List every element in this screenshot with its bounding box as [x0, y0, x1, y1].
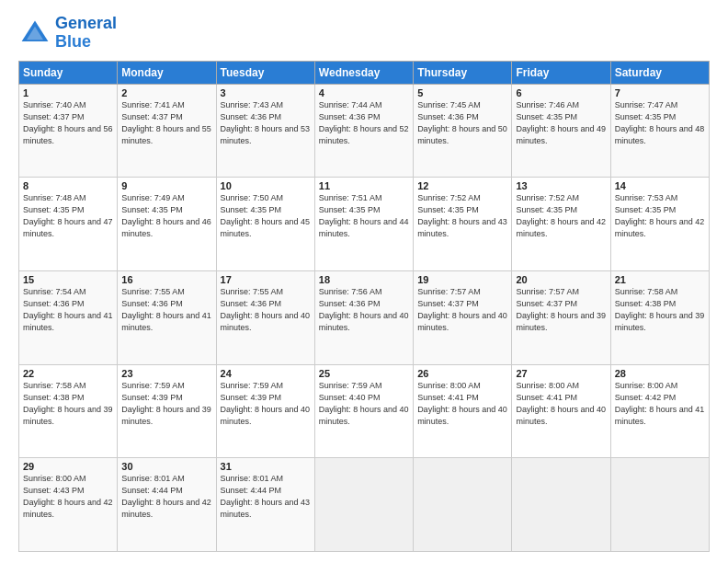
day-7: 7Sunrise: 7:47 AMSunset: 4:35 PMDaylight…	[610, 84, 709, 178]
calendar-header-row: Sunday Monday Tuesday Wednesday Thursday…	[19, 61, 710, 84]
day-29: 29Sunrise: 8:00 AMSunset: 4:43 PMDayligh…	[19, 458, 118, 552]
day-13: 13Sunrise: 7:52 AMSunset: 4:35 PMDayligh…	[512, 178, 610, 271]
empty-cell	[512, 458, 610, 552]
day-21: 21Sunrise: 7:58 AMSunset: 4:38 PMDayligh…	[610, 270, 709, 364]
day-9: 9Sunrise: 7:49 AMSunset: 4:35 PMDaylight…	[118, 178, 216, 271]
col-saturday: Saturday	[610, 61, 709, 84]
day-17: 17Sunrise: 7:55 AMSunset: 4:36 PMDayligh…	[216, 270, 314, 364]
day-26: 26Sunrise: 8:00 AMSunset: 4:41 PMDayligh…	[414, 364, 512, 458]
day-24: 24Sunrise: 7:59 AMSunset: 4:39 PMDayligh…	[216, 364, 314, 458]
day-23: 23Sunrise: 7:59 AMSunset: 4:39 PMDayligh…	[118, 364, 216, 458]
day-19: 19Sunrise: 7:57 AMSunset: 4:37 PMDayligh…	[414, 270, 512, 364]
day-1: 1Sunrise: 7:40 AMSunset: 4:37 PMDaylight…	[19, 84, 118, 178]
logo-icon	[18, 17, 51, 50]
day-5: 5Sunrise: 7:45 AMSunset: 4:36 PMDaylight…	[414, 84, 512, 178]
day-28: 28Sunrise: 8:00 AMSunset: 4:42 PMDayligh…	[610, 364, 709, 458]
col-sunday: Sunday	[19, 61, 118, 84]
empty-cell	[314, 458, 413, 552]
day-18: 18Sunrise: 7:56 AMSunset: 4:36 PMDayligh…	[314, 270, 413, 364]
day-15: 15Sunrise: 7:54 AMSunset: 4:36 PMDayligh…	[19, 270, 118, 364]
day-20: 20Sunrise: 7:57 AMSunset: 4:37 PMDayligh…	[512, 270, 610, 364]
day-22: 22Sunrise: 7:58 AMSunset: 4:38 PMDayligh…	[19, 364, 118, 458]
calendar-week-3: 15Sunrise: 7:54 AMSunset: 4:36 PMDayligh…	[19, 270, 710, 364]
day-16: 16Sunrise: 7:55 AMSunset: 4:36 PMDayligh…	[118, 270, 216, 364]
col-wednesday: Wednesday	[314, 61, 413, 84]
day-11: 11Sunrise: 7:51 AMSunset: 4:35 PMDayligh…	[314, 178, 413, 271]
day-31: 31Sunrise: 8:01 AMSunset: 4:44 PMDayligh…	[216, 458, 314, 552]
calendar-week-4: 22Sunrise: 7:58 AMSunset: 4:38 PMDayligh…	[19, 364, 710, 458]
day-6: 6Sunrise: 7:46 AMSunset: 4:35 PMDaylight…	[512, 84, 610, 178]
empty-cell	[414, 458, 512, 552]
day-14: 14Sunrise: 7:53 AMSunset: 4:35 PMDayligh…	[610, 178, 709, 271]
day-12: 12Sunrise: 7:52 AMSunset: 4:35 PMDayligh…	[414, 178, 512, 271]
header: General Blue	[18, 15, 710, 52]
calendar-week-2: 8Sunrise: 7:48 AMSunset: 4:35 PMDaylight…	[19, 178, 710, 271]
page: General Blue Sunday Monday Tuesday Wedne…	[0, 0, 728, 563]
day-27: 27Sunrise: 8:00 AMSunset: 4:41 PMDayligh…	[512, 364, 610, 458]
day-4: 4Sunrise: 7:44 AMSunset: 4:36 PMDaylight…	[314, 84, 413, 178]
day-25: 25Sunrise: 7:59 AMSunset: 4:40 PMDayligh…	[314, 364, 413, 458]
calendar-week-1: 1Sunrise: 7:40 AMSunset: 4:37 PMDaylight…	[19, 84, 710, 178]
col-monday: Monday	[118, 61, 216, 84]
col-tuesday: Tuesday	[216, 61, 314, 84]
day-30: 30Sunrise: 8:01 AMSunset: 4:44 PMDayligh…	[118, 458, 216, 552]
day-2: 2Sunrise: 7:41 AMSunset: 4:37 PMDaylight…	[118, 84, 216, 178]
day-3: 3Sunrise: 7:43 AMSunset: 4:36 PMDaylight…	[216, 84, 314, 178]
empty-cell	[610, 458, 709, 552]
col-friday: Friday	[512, 61, 610, 84]
col-thursday: Thursday	[414, 61, 512, 84]
logo: General Blue	[18, 15, 117, 52]
calendar-week-5: 29Sunrise: 8:00 AMSunset: 4:43 PMDayligh…	[19, 458, 710, 552]
day-8: 8Sunrise: 7:48 AMSunset: 4:35 PMDaylight…	[19, 178, 118, 271]
logo-text: General Blue	[55, 15, 117, 52]
day-10: 10Sunrise: 7:50 AMSunset: 4:35 PMDayligh…	[216, 178, 314, 271]
calendar: Sunday Monday Tuesday Wednesday Thursday…	[18, 61, 710, 552]
